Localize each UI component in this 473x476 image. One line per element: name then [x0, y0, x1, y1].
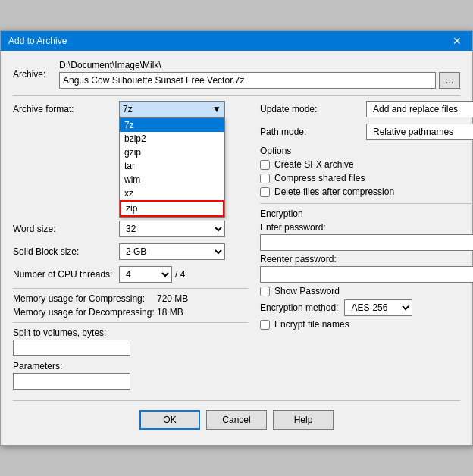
- format-option-gzip[interactable]: gzip: [120, 146, 224, 159]
- solid-block-size-row: Solid Block size: 2 GB: [13, 243, 248, 261]
- cpu-threads-label: Number of CPU threads:: [13, 269, 119, 280]
- parameters-row: Parameters:: [13, 361, 248, 390]
- encrypt-names-row: Encrypt file names: [260, 319, 473, 330]
- create-sfx-checkbox[interactable]: [260, 160, 270, 170]
- divider-split: [13, 322, 248, 323]
- create-sfx-row: Create SFX archive: [260, 159, 473, 170]
- format-option-bzip2[interactable]: bzip2: [120, 132, 224, 146]
- cpu-threads-row: Number of CPU threads: 4 / 4: [13, 265, 248, 283]
- archive-format-label: Archive format:: [13, 104, 119, 114]
- path-mode-row: Path mode: Relative pathnames: [260, 123, 473, 141]
- format-option-zip[interactable]: zip: [120, 200, 224, 217]
- archive-combo-row: ...: [59, 72, 460, 89]
- solid-block-size-select[interactable]: 2 GB: [119, 243, 225, 260]
- encryption-method-label: Encryption method:: [260, 302, 338, 313]
- browse-button[interactable]: ...: [439, 72, 460, 89]
- encryption-method-select[interactable]: AES-256: [344, 299, 412, 316]
- footer-row: OK Cancel Help: [13, 400, 460, 437]
- archive-format-chevron: ▼: [212, 104, 221, 114]
- parameters-input[interactable]: [13, 373, 130, 390]
- help-button[interactable]: Help: [273, 410, 334, 430]
- split-volumes-row: Split to volumes, bytes:: [13, 327, 248, 356]
- mem-decompressing-value: 18 MB: [157, 307, 183, 318]
- archive-format-dropdown-container: 7z ▼ 7z bzip2 gzip tar wim xz zip: [119, 101, 225, 117]
- reenter-password-label: Reenter password:: [260, 254, 473, 265]
- word-size-select[interactable]: 32: [119, 221, 225, 237]
- word-size-label: Word size:: [13, 224, 119, 234]
- compress-shared-label: Compress shared files: [274, 173, 365, 183]
- format-option-wim[interactable]: wim: [120, 173, 224, 186]
- divider-top: [13, 95, 460, 96]
- add-to-archive-dialog: Add to Archive ✕ Archive: D:\Document\Im…: [0, 30, 473, 446]
- cpu-threads-select[interactable]: 4: [119, 266, 172, 283]
- archive-format-selected: 7z: [123, 104, 133, 114]
- update-mode-row: Update mode: Add and replace files: [260, 100, 473, 118]
- close-button[interactable]: ✕: [450, 36, 465, 46]
- show-password-row: Show Password: [260, 286, 473, 296]
- left-column: Archive format: 7z ▼ 7z bzip2 gzip tar w…: [13, 100, 248, 394]
- mem-decompressing-row: Memory usage for Decompressing: 18 MB: [13, 307, 248, 318]
- archive-path-text: D:\Document\Image\Milk\: [59, 60, 460, 70]
- divider-encryption: [260, 203, 473, 204]
- encryption-title: Encryption: [260, 208, 473, 219]
- format-option-xz[interactable]: xz: [120, 186, 224, 200]
- encryption-section: Encryption Enter password: Reenter passw…: [260, 208, 473, 330]
- format-option-tar[interactable]: tar: [120, 159, 224, 173]
- format-option-7z[interactable]: 7z: [120, 118, 224, 132]
- update-mode-label: Update mode:: [260, 104, 366, 114]
- mem-compressing-label: Memory usage for Compressing:: [13, 293, 157, 304]
- show-password-label: Show Password: [274, 286, 340, 296]
- mem-compressing-row: Memory usage for Compressing: 720 MB: [13, 293, 248, 304]
- delete-after-label: Delete files after compression: [274, 186, 394, 197]
- reenter-password-input[interactable]: [260, 266, 473, 283]
- options-title: Options: [260, 146, 473, 156]
- archive-format-dropdown-list: 7z bzip2 gzip tar wim xz zip: [119, 117, 225, 218]
- enter-password-label: Enter password:: [260, 222, 473, 233]
- delete-after-checkbox[interactable]: [260, 187, 270, 197]
- cancel-button[interactable]: Cancel: [206, 410, 267, 430]
- two-col-layout: Archive format: 7z ▼ 7z bzip2 gzip tar w…: [13, 100, 460, 394]
- encryption-method-row: Encryption method: AES-256: [260, 299, 473, 316]
- cpu-threads-total: / 4: [175, 269, 185, 280]
- title-bar: Add to Archive ✕: [1, 31, 472, 51]
- delete-after-row: Delete files after compression: [260, 186, 473, 197]
- update-mode-select[interactable]: Add and replace files: [366, 101, 473, 117]
- archive-row: Archive: D:\Document\Image\Milk\ ...: [13, 60, 460, 89]
- encrypt-names-checkbox[interactable]: [260, 320, 270, 330]
- archive-format-dropdown-btn[interactable]: 7z ▼: [119, 101, 225, 117]
- split-volumes-label: Split to volumes, bytes:: [13, 327, 248, 338]
- dialog-title: Add to Archive: [8, 36, 67, 46]
- compress-shared-row: Compress shared files: [260, 173, 473, 183]
- divider-mem: [13, 288, 248, 289]
- path-mode-label: Path mode:: [260, 127, 366, 137]
- encrypt-names-label: Encrypt file names: [274, 319, 349, 330]
- split-volumes-input[interactable]: [13, 340, 130, 356]
- options-section: Options Create SFX archive Compress shar…: [260, 146, 473, 197]
- archive-label: Archive:: [13, 69, 55, 80]
- archive-format-row: Archive format: 7z ▼ 7z bzip2 gzip tar w…: [13, 100, 248, 118]
- right-column: Update mode: Add and replace files Path …: [260, 100, 473, 394]
- archive-filename-input[interactable]: [59, 72, 436, 89]
- ok-button[interactable]: OK: [139, 410, 200, 430]
- mem-decompressing-label: Memory usage for Decompressing:: [13, 307, 157, 318]
- show-password-checkbox[interactable]: [260, 287, 270, 296]
- archive-path-group: D:\Document\Image\Milk\ ...: [59, 60, 460, 89]
- parameters-label: Parameters:: [13, 361, 248, 371]
- create-sfx-label: Create SFX archive: [274, 159, 354, 170]
- compress-shared-checkbox[interactable]: [260, 174, 270, 183]
- path-mode-select[interactable]: Relative pathnames: [366, 124, 473, 140]
- mem-compressing-value: 720 MB: [157, 293, 188, 304]
- word-size-row: Word size: 32: [13, 220, 248, 238]
- enter-password-input[interactable]: [260, 234, 473, 251]
- dialog-body: Archive: D:\Document\Image\Milk\ ... Arc…: [1, 51, 472, 445]
- solid-block-size-label: Solid Block size:: [13, 246, 119, 257]
